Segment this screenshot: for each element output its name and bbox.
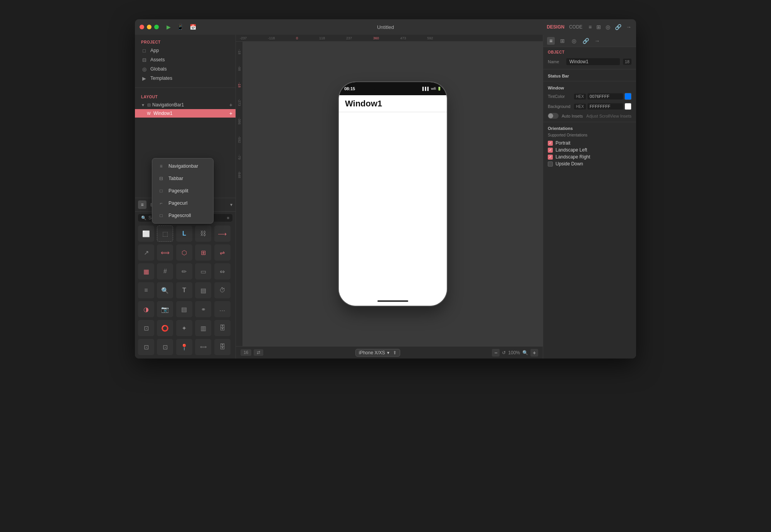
zoom-plus-button[interactable]: + [530,349,538,357]
minimize-button[interactable] [147,25,152,29]
comp-pencil[interactable]: ✏ [176,263,192,279]
comp-arrow[interactable]: ⟶ [214,226,231,242]
right-tab-link[interactable]: 🔗 [582,37,589,45]
comp-resize[interactable]: ⊡ [138,320,154,336]
arrow-icon[interactable]: → [626,24,631,30]
sidebar-item-assets[interactable]: ⊟ Assets [135,55,236,64]
add-icon[interactable]: + [229,102,232,108]
sidebar-item-templates[interactable]: ▶ Templates [135,74,236,83]
window-label: Window [548,86,564,90]
comp-layers2[interactable]: ⊡ [157,339,173,355]
zoom-minus-button[interactable]: − [492,349,500,357]
comp-activity[interactable]: ⏱ [214,282,231,298]
comp-branch[interactable]: ⚭ [195,301,211,317]
tree-item-window1[interactable]: W Window1 + [135,109,236,118]
orientation-upside-down[interactable]: Upside Down [548,160,631,167]
portrait-checkbox[interactable]: ✓ [548,141,553,146]
code-tab[interactable]: CODE [569,24,582,30]
play-icon[interactable]: ▶ [167,24,171,30]
calendar-icon[interactable]: 📅 [190,24,196,30]
comp-grid2[interactable]: ⊞ [195,244,211,261]
zoom-reset-button[interactable]: ↺ [502,350,506,355]
comp-hash[interactable]: # [157,263,173,279]
right-tab-layout[interactable]: ⊞ [559,37,566,45]
comp-selection[interactable]: ⬚ [157,226,173,242]
bg-hex-value[interactable]: FFFFFFFF [588,103,623,109]
comp-slider[interactable]: ⟺ [157,244,173,261]
landscape-right-checkbox[interactable]: ✓ [548,155,553,160]
bg-color-swatch[interactable] [625,103,631,110]
popup-item-pagesplit[interactable]: □ Pagesplit [152,185,213,197]
popup-item-tabbar[interactable]: ⊟ Tabbar [152,172,213,185]
comp-switch[interactable]: ⇌ [214,244,231,261]
orientation-portrait[interactable]: ✓ Portrait [548,140,631,146]
tint-hex-value[interactable]: 0076FFFF [588,93,623,99]
orientation-landscape-right[interactable]: ✓ Landscape Right [548,153,631,160]
comp-gesture[interactable]: ↗ [138,244,154,261]
comp-layers1[interactable]: ⊡ [138,339,154,355]
comp-textfield[interactable]: ▭ [195,263,211,279]
device-icon[interactable]: 📱 [177,24,183,30]
sidebar-item-app[interactable]: □ App [135,46,236,55]
comp-link[interactable]: ⛓ [195,226,211,242]
comp-arrows[interactable]: ⟺ [195,339,211,355]
orientations-title: Orientations [548,126,631,131]
maximize-button[interactable] [154,25,159,29]
iphone-time: 08:15 [344,86,355,91]
pagecurl-icon: ⌐ [158,200,165,207]
comp-list[interactable]: ▦ [138,263,154,279]
comp-pin[interactable]: 📍 [176,339,192,355]
tint-color-swatch[interactable] [625,93,631,100]
link-icon[interactable]: 🔗 [615,24,621,30]
close-button[interactable] [140,25,144,29]
comp-circle[interactable]: ◑ [138,301,154,317]
home-indicator [377,300,408,302]
filter-icon[interactable]: ≡ [227,215,229,220]
comp-textview[interactable]: ≡ [138,282,154,298]
sidebar-item-globals[interactable]: ◎ Globals [135,64,236,74]
comp-stack[interactable]: 🗄 [214,320,231,336]
right-tab-shield[interactable]: ◎ [570,37,578,45]
right-tab-list[interactable]: ≡ [547,37,555,45]
comp-star[interactable]: ✦ [176,320,192,336]
comp-film[interactable]: ▤ [176,301,192,317]
comp-tab-arrow[interactable]: ▾ [230,202,232,207]
comp-db[interactable]: 🗄 [214,339,231,355]
comp-more[interactable]: … [214,301,231,317]
comp-table[interactable]: ▤ [195,282,211,298]
popup-item-navigationbar[interactable]: ≡ Navigationbar [152,160,213,172]
comp-rotate[interactable]: ⭕ [157,320,173,336]
canvas-content[interactable]: 08:15 ▌▌▌ wifi 🔋 Window1 [243,42,543,346]
popup-item-pagecurl[interactable]: ⌐ Pagecurl [152,197,213,209]
design-tab[interactable]: DESIGN [547,24,564,30]
comp-stepper[interactable]: ⇔ [214,263,231,279]
chevron-down-icon: ▾ [387,350,389,355]
comp-label[interactable]: L [176,226,192,242]
add-icon-2[interactable]: + [229,110,232,116]
popup-item-pagescroll[interactable]: □ Pagescroll [152,209,213,222]
device-selector[interactable]: iPhone X/XS ▾ ⬆ [355,349,400,357]
comp-split[interactable]: ▥ [195,320,211,336]
search-zoom-icon[interactable]: 🔍 [522,350,528,355]
canvas-orient-btn[interactable]: ⇄ [254,349,263,356]
canvas-size-btn[interactable]: 16 [241,349,251,356]
comp-search2[interactable]: 🔍 [157,282,173,298]
name-value[interactable]: Window1 [566,58,620,65]
layout-icon[interactable]: ⊞ [596,24,601,30]
orientation-landscape-left[interactable]: ✓ Landscape Left [548,146,631,153]
list-icon[interactable]: ≡ [589,24,592,30]
comp-tab-list[interactable]: ≡ [138,200,146,209]
comp-button[interactable]: ⬜ [138,226,154,242]
right-tab-arrow[interactable]: → [593,37,601,45]
comp-spinner[interactable]: ⬡ [176,244,192,261]
auto-insets-toggle[interactable] [548,113,559,119]
window-title: Untitled [377,24,394,30]
shield-icon[interactable]: ◎ [606,24,610,30]
comp-camera[interactable]: 📷 [157,301,173,317]
orientations-section: Orientations Supported Orientations ✓ Po… [543,124,636,170]
share-icon[interactable]: ⬆ [393,350,397,355]
tree-item-navbarr[interactable]: ▼ ⊟ NavigationBar1 + [135,101,236,109]
comp-text[interactable]: T [176,282,192,298]
upside-down-checkbox[interactable] [548,162,553,167]
landscape-left-checkbox[interactable]: ✓ [548,148,553,153]
